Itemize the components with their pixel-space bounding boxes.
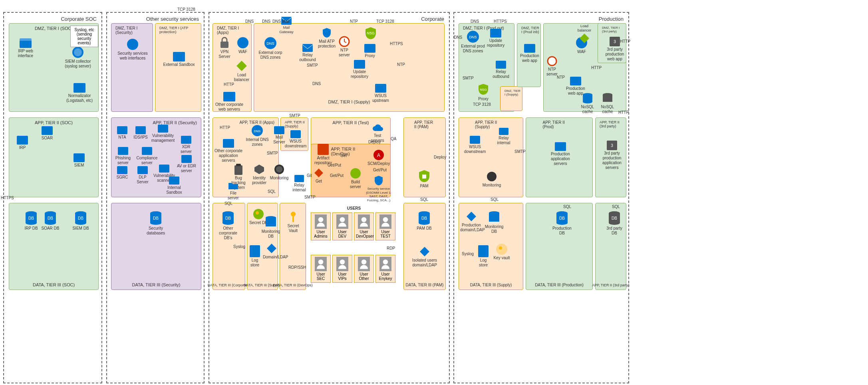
node-xdr-server: XDR server <box>177 136 195 154</box>
node-soar-db: DBSOAR DB <box>41 211 60 231</box>
user-icon <box>379 257 391 271</box>
svg-point-33 <box>548 57 556 65</box>
user-other: User Other <box>354 255 374 283</box>
svg-point-68 <box>350 168 361 179</box>
server-icon <box>524 44 535 53</box>
tier-app-pam-label: APP, TIER II (PAM) <box>414 120 435 129</box>
node-scm-deploy: ASCM/Deploy <box>367 149 390 166</box>
server-icon <box>470 136 480 144</box>
tier-dmz-apps-label: DMZ, TIER I (Apps) <box>217 26 251 35</box>
svg-rect-25 <box>354 60 365 69</box>
tier-data-soc-label: DATA, TIER III (SOC) <box>33 282 75 287</box>
tier-app-3rd-d-label: APP, TIER II (3rd party) <box>592 283 630 287</box>
tier-app-supply-label: APP, TIER II (Supply) <box>285 120 308 128</box>
label-rdp: RDP <box>387 246 395 250</box>
svg-rect-101 <box>266 218 276 226</box>
svg-rect-104 <box>250 245 260 257</box>
tier-data-sec-label: DATA, TIER III (Security) <box>132 282 180 287</box>
label-http4: HTTP <box>591 65 602 70</box>
node-prod-web-app: Production web app <box>518 44 541 63</box>
svg-rect-62 <box>236 164 241 166</box>
label-syslog2: Syslog <box>462 252 474 256</box>
node-load-balancer: Load balancer <box>232 60 252 82</box>
svg-point-107 <box>419 221 430 225</box>
app-icon: 3 <box>610 37 620 46</box>
server-icon <box>570 77 581 85</box>
label-http1: HTTP <box>224 82 234 87</box>
svg-rect-66 <box>318 144 329 155</box>
label-sql2: SQL <box>268 189 276 194</box>
label-dns1: DNS <box>245 19 254 24</box>
hex-icon <box>254 164 265 175</box>
node-pam-db: DBPAM DB <box>415 211 434 231</box>
zone-production-label: Production <box>599 16 624 22</box>
svg-point-84 <box>45 221 56 225</box>
clipboard-icon <box>234 164 243 175</box>
key-icon <box>288 211 298 223</box>
svg-point-112 <box>497 244 507 254</box>
server-icon <box>364 44 375 53</box>
user-icon <box>358 214 370 229</box>
label-smtp2: SMTP <box>289 113 300 118</box>
server-icon <box>159 165 169 173</box>
node-nta: NTA <box>114 126 130 140</box>
label-syslog1: Syslog <box>233 244 245 249</box>
node-irp: IRP <box>14 136 30 150</box>
mail-icon <box>294 175 304 182</box>
server-icon <box>555 142 566 151</box>
label-sql1: SQL <box>224 201 232 206</box>
label-dns4: DNS <box>312 81 321 86</box>
node-wsus-down: WSUS downstream <box>284 130 307 149</box>
tier-app-prod-label: APP, TIER II (Prod) <box>543 120 576 129</box>
server-icon <box>17 136 28 145</box>
tier-dmz-3rd-label: DMZ, TIER I (3rd party) <box>602 26 626 33</box>
shield-icon <box>374 175 383 186</box>
zone-soc-label: Corporate SOC <box>61 16 97 22</box>
diamond-icon <box>466 211 477 222</box>
node-git: Get <box>312 168 326 184</box>
server-icon <box>142 147 152 155</box>
server-icon <box>223 92 235 101</box>
node-log-store2: Log store <box>475 245 491 268</box>
node-load-balancer2: Load balancer <box>574 23 594 44</box>
node-artifact-repo: Artifact repository <box>312 144 334 165</box>
svg-point-64 <box>276 166 282 173</box>
syslog-info: Syslog, etc (sending security events) <box>70 26 98 47</box>
label-smtp3: SMTP <box>267 151 278 155</box>
svg-point-6 <box>362 260 367 265</box>
user-icon <box>379 214 391 229</box>
node-wsus-down2: WSUS downstream <box>463 136 487 154</box>
svg-point-80 <box>26 221 37 225</box>
db-icon: DB <box>150 211 162 225</box>
node-phishing: Phishing server <box>112 147 134 165</box>
user-admins: User Admins <box>311 212 331 240</box>
db-icon <box>582 93 593 104</box>
mail-icon <box>499 128 508 135</box>
cloud-icon <box>372 123 383 133</box>
server-icon <box>42 126 53 135</box>
mail-icon <box>496 61 506 69</box>
svg-text:3: 3 <box>611 143 613 148</box>
svg-point-4 <box>318 260 324 265</box>
user-enykey: User Enykey <box>375 255 395 283</box>
svg-text:3: 3 <box>614 40 616 44</box>
node-pam: PAM <box>415 169 433 189</box>
svg-rect-30 <box>496 61 506 69</box>
tier-dmz-supply2: DMZ, TIER I (Supply) <box>500 86 522 111</box>
node-relay-outbound2: Relay outbound <box>490 61 512 79</box>
label-tcp3128-c: TCP 3128 <box>473 102 491 107</box>
tier-dmz-supply2-label: DMZ, TIER I (Supply) <box>505 89 522 96</box>
node-normalizator: Normalizator (Logstash, etc) <box>63 83 96 103</box>
label-qa: QA <box>391 137 396 141</box>
svg-rect-59 <box>223 139 234 148</box>
tier-app-devops-label: APP, TIER II (DevOps) <box>331 147 371 156</box>
svg-rect-72 <box>470 136 480 144</box>
label-deploy1: Deploy <box>368 140 381 144</box>
tier-dmz-sec-label: DMZ, TIER I (Security) <box>115 26 153 35</box>
node-nosql-cache: NoSQL cache <box>578 93 597 114</box>
book-icon <box>478 245 489 257</box>
node-siem-collector: SIEM collector (syslog server) <box>60 46 96 69</box>
gauge-icon <box>486 171 497 182</box>
db-icon <box>265 216 276 228</box>
svg-text:DB: DB <box>153 216 159 220</box>
